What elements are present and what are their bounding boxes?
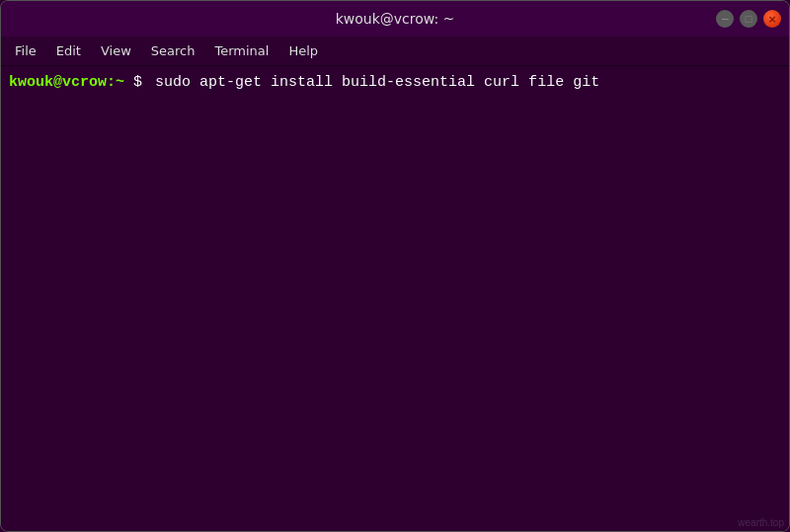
- prompt-path: ~: [116, 72, 124, 95]
- menu-view[interactable]: View: [91, 39, 141, 62]
- menu-bar: File Edit View Search Terminal Help: [1, 37, 789, 66]
- menu-help[interactable]: Help: [278, 39, 328, 62]
- title-bar: kwouk@vcrow: ~: [1, 1, 789, 37]
- prompt-user: kwouk@vcrow:: [9, 72, 116, 95]
- terminal-body[interactable]: kwouk@vcrow: ~ $ sudo apt-get install bu…: [1, 66, 789, 531]
- menu-edit[interactable]: Edit: [46, 39, 91, 62]
- close-button[interactable]: [763, 10, 781, 28]
- maximize-button[interactable]: [740, 10, 757, 28]
- minimize-button[interactable]: [716, 10, 734, 28]
- terminal-command: sudo apt-get install build-essential cur…: [155, 72, 599, 95]
- window-title: kwouk@vcrow: ~: [336, 11, 455, 27]
- menu-search[interactable]: Search: [141, 39, 205, 62]
- menu-file[interactable]: File: [5, 39, 46, 62]
- window-controls: [716, 10, 781, 28]
- menu-terminal[interactable]: Terminal: [204, 39, 278, 62]
- terminal-line: kwouk@vcrow: ~ $ sudo apt-get install bu…: [9, 72, 781, 95]
- watermark: wearth.top: [738, 517, 784, 528]
- terminal-window: kwouk@vcrow: ~ File Edit View Search Ter…: [0, 0, 790, 532]
- prompt-symbol: $: [124, 72, 151, 95]
